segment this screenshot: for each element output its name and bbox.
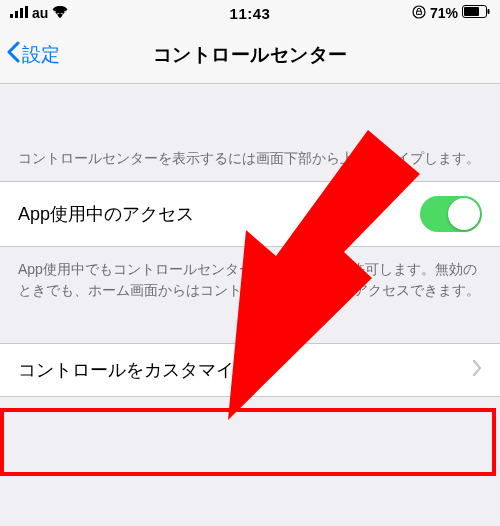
svg-rect-8 xyxy=(488,9,490,14)
orientation-lock-icon xyxy=(412,5,426,22)
back-label: 設定 xyxy=(22,42,60,68)
svg-point-4 xyxy=(59,14,62,17)
chevron-right-icon xyxy=(472,359,482,382)
svg-point-5 xyxy=(413,6,425,18)
svg-rect-1 xyxy=(15,11,18,18)
annotation-highlight-box xyxy=(0,408,496,476)
wifi-icon xyxy=(52,5,68,21)
switch-knob xyxy=(448,198,480,230)
chevron-left-icon xyxy=(6,41,20,68)
section-hint-2: App使用中でもコントロールセンターへのアクセスを許可します。無効のときでも、ホ… xyxy=(0,247,500,313)
battery-pct-label: 71% xyxy=(430,5,458,21)
status-bar-time: 11:43 xyxy=(230,5,271,22)
status-bar-left: au xyxy=(10,5,68,21)
access-while-apps-toggle-row: App使用中のアクセス xyxy=(0,181,500,247)
back-button[interactable]: 設定 xyxy=(0,41,60,68)
signal-icon xyxy=(10,5,28,21)
svg-rect-2 xyxy=(20,8,23,18)
status-bar-right: 71% xyxy=(412,5,490,22)
svg-rect-0 xyxy=(10,14,13,18)
svg-rect-7 xyxy=(464,7,479,16)
battery-icon xyxy=(462,5,490,21)
toggle-label: App使用中のアクセス xyxy=(18,202,194,226)
status-bar: au 11:43 71% xyxy=(0,0,500,26)
svg-rect-3 xyxy=(25,6,28,18)
nav-bar: 設定 コントロールセンター xyxy=(0,26,500,84)
page-title: コントロールセンター xyxy=(153,42,348,68)
access-while-apps-switch[interactable] xyxy=(420,196,482,232)
customize-label: コントロールをカスタマイズ xyxy=(18,358,252,382)
customize-controls-row[interactable]: コントロールをカスタマイズ xyxy=(0,343,500,397)
section-hint-1: コントロールセンターを表示するには画面下部から上にスワイプします。 xyxy=(0,136,500,181)
carrier-label: au xyxy=(32,5,48,21)
